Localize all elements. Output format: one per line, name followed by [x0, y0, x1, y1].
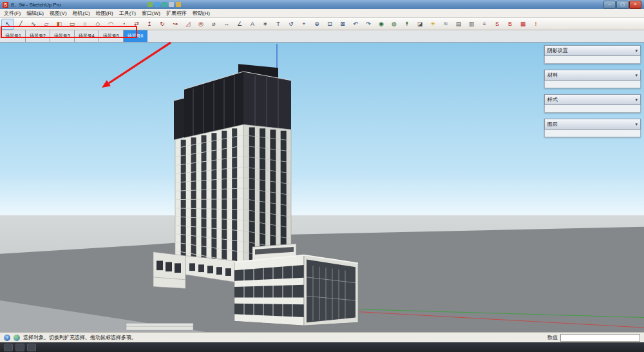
follow-me-tool-icon[interactable]: ↝ [169, 19, 182, 30]
eraser-tool-icon[interactable]: ▱ [40, 19, 53, 30]
plugin-alert-icon[interactable]: ! [529, 19, 542, 30]
zoom-tool-icon[interactable]: ⊕ [310, 19, 323, 30]
move-tool-icon[interactable]: ⇄ [130, 19, 143, 30]
tray-panel-header[interactable]: 样式 ▾ [544, 94, 641, 105]
background-icon [176, 2, 181, 7]
3d-text-tool-icon[interactable]: T [272, 19, 285, 30]
taskbar-icon[interactable] [27, 344, 36, 351]
scene-tab[interactable]: 场景号2 [26, 30, 50, 42]
menu-item[interactable]: 相机(C) [73, 10, 90, 17]
chevron-down-icon[interactable]: ▾ [635, 122, 638, 127]
scene-tab[interactable]: 场景号6 [124, 30, 148, 42]
background-icon [162, 2, 167, 7]
taskbar-icon[interactable] [15, 344, 24, 351]
select-tool-icon[interactable]: ↖ [1, 19, 14, 30]
scene-tab[interactable]: 场景号1 [1, 30, 26, 42]
scene-tab[interactable]: 场景号5 [99, 30, 124, 42]
menu-item[interactable]: 工具(T) [119, 10, 136, 17]
chevron-down-icon[interactable]: ▾ [635, 48, 638, 54]
measurements-input[interactable] [560, 334, 640, 342]
default-tray: 阴影设置 ▾ 材料 ▾ 样式 ▾ [544, 45, 641, 137]
menu-item[interactable]: 编辑(E) [26, 10, 44, 17]
layers-icon[interactable]: ≡ [478, 19, 491, 30]
next-view-icon[interactable]: ↷ [362, 19, 375, 30]
menu-item[interactable]: 扩展程序 [166, 10, 187, 17]
zoom-window-tool-icon[interactable]: ⊡ [323, 19, 336, 30]
sketchup-logo-icon: S [3, 2, 8, 8]
scene-tab[interactable]: 场景号4 [75, 30, 99, 42]
background-icon [155, 2, 160, 7]
paint-bucket-tool-icon[interactable]: ◧ [53, 19, 66, 30]
suapp-plugin-icon[interactable]: S [491, 19, 504, 30]
maximize-button[interactable]: ▢ [616, 1, 629, 9]
zoom-extents-tool-icon[interactable]: ⊠ [336, 19, 349, 30]
3d-viewport[interactable]: 阴影设置 ▾ 材料 ▾ 样式 ▾ [0, 43, 644, 332]
rectangle-tool-icon[interactable]: ▭ [66, 19, 79, 30]
styles-icon[interactable]: ▥ [465, 19, 478, 30]
geolocation-icon [14, 335, 20, 341]
circle-tool-icon[interactable]: ○ [79, 19, 91, 30]
toolbar: ↖╱∿▱◧▭○◇◠◔⇄↥↻↝◿◎⌀↔∠A∗T↺+⊕⊡⊠↶↷◉◍↟◪☀≋▤▥≡SB… [0, 18, 644, 30]
tape-measure-tool-icon[interactable]: ⌀ [207, 19, 220, 30]
minimize-button[interactable]: – [603, 1, 616, 9]
menu-item[interactable]: 绘图(R) [96, 10, 113, 17]
shadows-icon[interactable]: ☀ [426, 19, 439, 30]
menu-item[interactable]: 文件(F) [4, 10, 21, 17]
protractor-tool-icon[interactable]: ∠ [233, 19, 246, 30]
background-icon [169, 2, 174, 7]
tray-panel: 阴影设置 ▾ [544, 45, 641, 64]
arc-tool-icon[interactable]: ◠ [104, 19, 117, 30]
tray-panel-body [544, 56, 641, 64]
tray-panel-title: 阴影设置 [547, 47, 568, 54]
fog-icon[interactable]: ≋ [439, 19, 452, 30]
menu-item[interactable]: 窗口(W) [142, 10, 160, 17]
chevron-down-icon[interactable]: ▾ [635, 97, 638, 103]
offset-tool-icon[interactable]: ◎ [194, 19, 207, 30]
menu-item[interactable]: 帮助(H) [193, 10, 210, 17]
window-title: 8、9# - SketchUp Pro [11, 1, 61, 8]
plugin-b-icon[interactable]: B [504, 19, 516, 30]
window-controls: – ▢ × [603, 1, 641, 9]
walk-tool-icon[interactable]: ↟ [401, 19, 413, 30]
materials-icon[interactable]: ▤ [452, 19, 465, 30]
pie-tool-icon[interactable]: ◔ [117, 19, 130, 30]
tray-panel-header[interactable]: 图层 ▾ [544, 119, 641, 130]
position-camera-tool-icon[interactable]: ◉ [375, 19, 388, 30]
tray-panel-title: 样式 [547, 96, 558, 103]
titlebar: S 8、9# - SketchUp Pro – ▢ × [0, 0, 644, 9]
background-window-icons [147, 2, 181, 7]
freehand-tool-icon[interactable]: ∿ [27, 19, 40, 30]
tray-panel: 图层 ▾ [544, 119, 641, 137]
status-bar: ? 选择对象。切换到扩充选择。拖动鼠标选择多项。 数值 [0, 332, 644, 342]
previous-view-icon[interactable]: ↶ [349, 19, 362, 30]
help-icon: ? [4, 335, 10, 341]
tray-panel-body [544, 105, 641, 113]
close-button[interactable]: × [629, 1, 641, 9]
orbit-tool-icon[interactable]: ↺ [285, 19, 298, 30]
push-pull-tool-icon[interactable]: ↥ [143, 19, 156, 30]
line-tool-icon[interactable]: ╱ [14, 19, 27, 30]
dimension-tool-icon[interactable]: ↔ [220, 19, 233, 30]
chevron-down-icon[interactable]: ▾ [635, 73, 638, 78]
tray-panel-body [544, 81, 641, 88]
look-around-tool-icon[interactable]: ◍ [388, 19, 401, 30]
section-plane-tool-icon[interactable]: ◪ [413, 19, 426, 30]
menu-bar: 文件(F)编辑(E)视图(V)相机(C)绘图(R)工具(T)窗口(W)扩展程序帮… [0, 9, 644, 18]
menu-item[interactable]: 视图(V) [50, 10, 67, 17]
text-tool-icon[interactable]: A [246, 19, 259, 30]
plugin-grid-icon[interactable]: ▦ [516, 19, 529, 30]
rotate-tool-icon[interactable]: ↻ [156, 19, 169, 30]
tray-panel: 材料 ▾ [544, 70, 641, 88]
polygon-tool-icon[interactable]: ◇ [91, 19, 104, 30]
sketchup-window: S 8、9# - SketchUp Pro – ▢ × 文件(F)编辑(E)视图… [0, 0, 644, 352]
tray-panel-title: 材料 [547, 72, 558, 79]
scale-tool-icon[interactable]: ◿ [182, 19, 194, 30]
tray-panel-header[interactable]: 阴影设置 ▾ [544, 45, 641, 56]
taskbar-icon[interactable] [4, 344, 13, 351]
scene-tab[interactable]: 场景号3 [50, 30, 75, 42]
pan-tool-icon[interactable]: + [298, 19, 310, 30]
tray-panel-header[interactable]: 材料 ▾ [544, 70, 641, 81]
taskbar [0, 342, 644, 352]
measurements-label: 数值 [547, 334, 558, 341]
axes-tool-icon[interactable]: ∗ [259, 19, 272, 30]
